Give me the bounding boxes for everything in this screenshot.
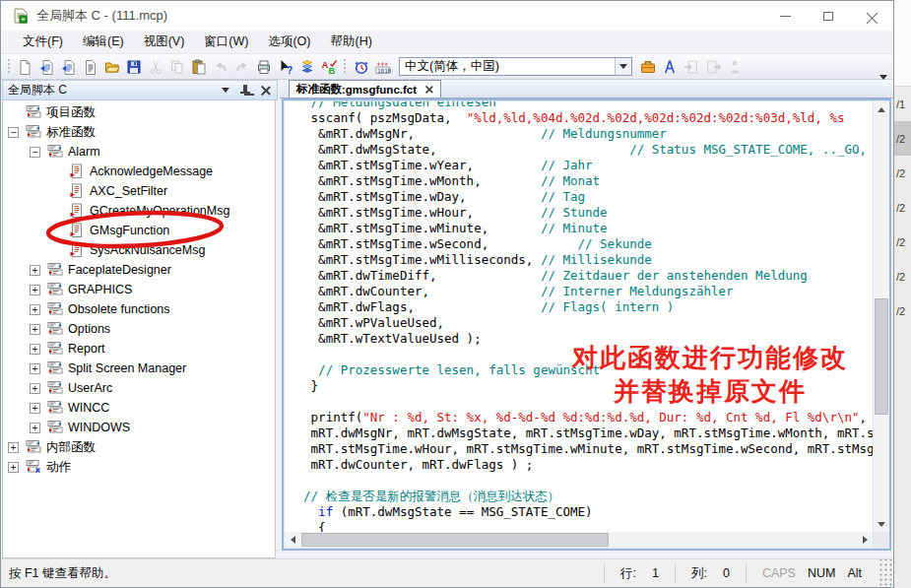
menu-item[interactable]: 编辑(E) [73,31,134,53]
horizontal-scrollbar[interactable] [285,532,873,548]
plus-expander-icon[interactable]: + [8,462,19,473]
new-file-icon[interactable] [15,56,36,78]
spellcheck-icon[interactable]: AB [318,56,340,78]
tree-item-label: GMsgFunction [90,224,169,237]
resize-grip[interactable] [878,559,893,587]
tree-item-axc-setfilter[interactable]: AXC_SetFilter [3,181,275,201]
tab-list-chevron-icon[interactable] [879,80,887,98]
save-icon[interactable] [123,56,145,78]
plus-expander-icon[interactable]: + [30,344,40,355]
plus-expander-icon[interactable]: + [30,324,40,335]
tree-item-node-17[interactable]: +内部函数 [3,437,275,457]
horizontal-scroll-thumb[interactable] [301,533,609,547]
scroll-up-icon[interactable] [874,101,889,117]
group-icon [47,144,63,160]
menu-item[interactable]: 窗口(W) [194,31,258,53]
tab-close-icon[interactable] [425,86,432,93]
plus-expander-icon[interactable]: + [30,403,40,414]
code-line: // Meldungsdaten einlesen [289,101,873,110]
calipers-icon[interactable] [659,56,681,78]
group-icon [26,104,41,120]
minus-expander-icon[interactable]: − [30,147,40,158]
toolbar-grip[interactable] [343,58,348,75]
column-value: 0 [723,566,730,580]
tree-item-acknowledgemessage[interactable]: AcknowledgeMessage [3,162,275,181]
tree-item-gcreatemyoperationmsg[interactable]: GCreateMyOperationMsg [3,201,275,221]
tree-item-report[interactable]: +Report [3,339,275,359]
code-editor[interactable]: // Meldungsdaten einlesen sscanf( pszMsg… [285,101,873,532]
chevron-down-icon[interactable] [219,84,232,98]
tree-item-graphics[interactable]: +GRAPHICS [3,280,275,299]
code-line [289,473,873,489]
tree-item-alarm[interactable]: −Alarm [3,142,275,162]
menu-item[interactable]: 视图(V) [134,31,195,53]
group-icon [26,439,41,455]
background-fragment: /2 [894,259,911,294]
help-pointer-icon[interactable]: ? [275,56,296,78]
chevron-down-icon[interactable] [615,58,631,75]
scroll-down-icon[interactable] [874,516,889,532]
tab-gmsgfunc[interactable]: 标准函数 : gmsgfunc.fct [289,80,441,98]
plus-expander-icon[interactable]: + [30,304,40,315]
minus-expander-icon[interactable]: − [8,127,19,138]
cut-icon [145,56,166,78]
group-icon [26,124,41,140]
undo-icon [210,56,231,78]
new-action-icon[interactable] [80,56,101,78]
minimize-icon [780,16,791,17]
tree-item-gmsgfunction[interactable]: GMsgFunction [3,221,275,240]
menu-item[interactable]: 文件(F) [13,31,73,53]
code-line: { [289,520,873,532]
tree-item-label: WINDOWS [68,421,130,434]
code-line: &mRT.stMsgTime.wHour, // Stunde [289,205,873,221]
scroll-left-icon[interactable] [285,532,300,548]
tree-item-wincc[interactable]: +WINCC [3,398,275,418]
project-icon[interactable] [637,56,659,78]
new-standard-function-icon[interactable] [58,56,80,78]
menu-item[interactable]: 选项(O) [258,31,320,53]
caps-lock-indicator: CAPS [756,566,802,580]
toolbar: ?AB +++1010 中文(简体，中国) [1,54,893,80]
plus-expander-icon[interactable]: + [8,442,19,453]
toolbar-grip[interactable] [7,58,12,75]
plus-expander-icon[interactable]: + [30,383,40,394]
tree-item-sysacknuisancemsg[interactable]: SysAckNuisanceMsg [3,240,275,260]
tree-item-options[interactable]: +Options [3,319,275,339]
plus-expander-icon[interactable]: + [30,423,40,433]
status-column-indicator: 列: 0 [675,563,746,583]
scroll-right-icon[interactable] [857,532,873,548]
print-icon[interactable] [253,56,275,78]
maximize-button[interactable] [807,1,850,31]
tree-item-userarc[interactable]: +UserArc [3,378,275,398]
line-label: 行: [620,565,636,582]
menu-item[interactable]: 帮助(H) [321,31,382,53]
plus-expander-icon[interactable]: + [30,265,40,276]
pin-icon[interactable] [238,84,252,98]
tree-item-node-1[interactable]: −标准函数 [3,122,275,142]
code-line: &mRT.dwCounter, // Interner Meldungszähl… [289,284,873,299]
compile-icon[interactable] [296,56,318,78]
language-combo[interactable]: 中文(简体，中国) [399,57,632,76]
minimize-button[interactable] [763,1,807,31]
vertical-scrollbar[interactable] [874,101,889,532]
code-line: &mRT.dwFlags, // Flags( intern ) [289,299,873,315]
tree-item-split-screen-manager[interactable]: +Split Screen Manager [3,359,275,378]
tree-item-windows[interactable]: +WINDOWS [3,418,275,437]
tree-item-node-18[interactable]: +动作 [3,457,275,477]
open-icon[interactable] [101,56,123,78]
timer-icon[interactable] [351,56,372,78]
vertical-scroll-thumb[interactable] [875,298,888,415]
status-key-indicators: CAPS NUM Alt [746,563,878,583]
copy-icon [166,56,188,78]
tree-item-obsolete-functions[interactable]: +Obsolete functions [3,299,275,319]
close-icon[interactable] [258,84,272,98]
tree-item-faceplatedesigner[interactable]: +FaceplateDesigner [3,260,275,280]
tree-item-node-0[interactable]: 项目函数 [3,102,275,122]
counter-icon[interactable]: +++1010 [372,56,394,78]
plus-expander-icon[interactable]: + [30,285,40,295]
new-project-function-icon[interactable] [36,56,58,78]
plus-expander-icon[interactable]: + [30,363,40,374]
group-icon [47,341,63,357]
close-button[interactable] [850,1,893,31]
paste-icon[interactable] [188,56,210,78]
